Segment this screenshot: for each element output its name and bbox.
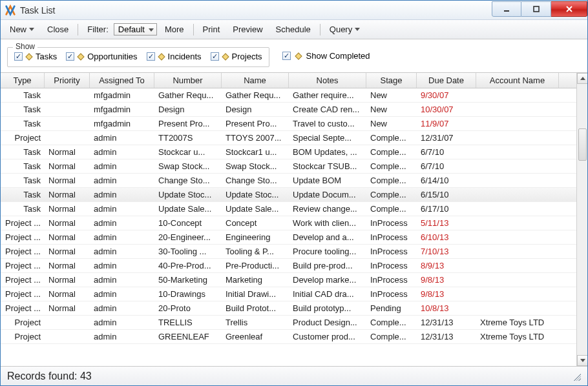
col-type[interactable]: Type (1, 73, 45, 88)
table-row[interactable]: Project ...Normaladmin10-DrawingsInitial… (1, 287, 576, 301)
table-row[interactable]: Project ...Normaladmin30-Tooling ...Tool… (1, 245, 576, 259)
col-name[interactable]: Name (222, 73, 289, 88)
cell-assigned: admin (90, 330, 154, 343)
cell-account (476, 287, 559, 301)
scroll-thumb[interactable] (578, 128, 587, 161)
table-row[interactable]: TaskmfgadminPresent Pro...Present Pro...… (1, 117, 576, 131)
cell-type: Task (1, 145, 45, 159)
pin-icon (222, 53, 229, 60)
cell-priority: Normal (45, 259, 90, 272)
cell-priority (45, 131, 90, 145)
cell-due: 9/8/13 (417, 273, 476, 287)
print-button[interactable]: Print (198, 23, 226, 36)
preview-button[interactable]: Preview (227, 23, 268, 36)
new-button[interactable]: New (5, 23, 39, 36)
filter-select[interactable]: Default (114, 23, 157, 36)
show-row: Tasks Opportunities Incidents Projects (14, 52, 262, 61)
tasks-checkbox[interactable]: Tasks (14, 52, 57, 61)
table-row[interactable]: Project ...Normaladmin40-Pre-Prod...Pre-… (1, 259, 576, 273)
col-notes[interactable]: Notes (289, 73, 366, 88)
query-button[interactable]: Query (324, 23, 365, 36)
checkbox-icon (282, 52, 291, 60)
schedule-button[interactable]: Schedule (271, 23, 316, 36)
cell-priority (45, 330, 90, 343)
scroll-down-button[interactable] (577, 355, 587, 366)
table-row[interactable]: TaskmfgadminDesignDesignCreate CAD ren..… (1, 103, 576, 117)
more-button[interactable]: More (160, 23, 189, 36)
cell-notes: Gather require... (289, 88, 366, 102)
cell-name: Pre-Producti... (222, 259, 289, 272)
cell-account (476, 216, 559, 230)
separator (193, 24, 194, 36)
opportunities-checkbox[interactable]: Opportunities (66, 52, 137, 61)
table-row[interactable]: ProjectadminTT2007STTOYS 2007...Special … (1, 131, 576, 145)
cell-notes: Travel to custo... (289, 117, 366, 130)
tasks-label: Tasks (36, 52, 57, 61)
cell-account (476, 202, 559, 216)
cell-stage: Comple... (366, 316, 417, 329)
pin-icon (158, 53, 165, 60)
vertical-scrollbar[interactable] (576, 73, 587, 366)
cell-priority (45, 88, 90, 102)
cell-priority: Normal (45, 230, 90, 244)
cell-type: Task (1, 174, 45, 187)
projects-checkbox[interactable]: Projects (211, 52, 262, 61)
cell-type: Project ... (1, 230, 45, 244)
cell-number: 20-Engineer... (154, 230, 222, 244)
cell-stage: InProcess (366, 273, 417, 287)
table-row[interactable]: Project ...Normaladmin50-MarketingMarket… (1, 273, 576, 287)
table-row[interactable]: TaskmfgadminGather Requ...Gather Requ...… (1, 88, 576, 103)
window-title: Task List (20, 5, 492, 15)
close-button[interactable]: Close (42, 23, 74, 36)
cell-priority (45, 117, 90, 130)
table-row[interactable]: Project ...Normaladmin20-Engineer...Engi… (1, 230, 576, 245)
filter-value: Default (118, 25, 145, 34)
cell-number: Update Sale... (154, 202, 222, 216)
cell-account (476, 273, 559, 287)
table-row[interactable]: Project ...Normaladmin10-ConceptConceptW… (1, 216, 576, 230)
table-row[interactable]: ProjectadminTRELLISTrellisProduct Design… (1, 316, 576, 330)
table-row[interactable]: TaskNormaladminSwap Stock...Swap Stock..… (1, 159, 576, 174)
cell-name: Tooling & P... (222, 245, 289, 258)
cell-due: 11/9/07 (417, 117, 476, 130)
table-row[interactable]: ProjectadminGREENLEAFGreenleafCustomer p… (1, 330, 576, 344)
cell-name: Update Stoc... (222, 188, 289, 201)
close-window-button[interactable] (551, 1, 587, 17)
caret-down-icon (580, 359, 585, 362)
cell-assigned: mfgadmin (90, 117, 154, 130)
minimize-button[interactable] (492, 1, 521, 17)
table-row[interactable]: TaskNormaladminChange Sto...Change Sto..… (1, 174, 576, 188)
cell-type: Task (1, 188, 45, 201)
col-priority[interactable]: Priority (45, 73, 90, 88)
pin-icon (78, 53, 85, 60)
cell-account (476, 131, 559, 145)
cell-assigned: admin (90, 245, 154, 258)
cell-account (476, 88, 559, 102)
table-row[interactable]: TaskNormaladminUpdate Stoc...Update Stoc… (1, 188, 576, 202)
cell-type: Project (1, 316, 45, 329)
incidents-checkbox[interactable]: Incidents (147, 52, 202, 61)
table-row[interactable]: TaskNormaladminUpdate Sale...Update Sale… (1, 202, 576, 216)
cell-notes: Develop and a... (289, 230, 366, 244)
cell-notes: Work with clien... (289, 216, 366, 230)
col-assigned[interactable]: Assigned To (90, 73, 154, 88)
scroll-up-button[interactable] (577, 73, 587, 84)
show-completed-checkbox[interactable]: Show Completed (282, 51, 370, 61)
table-row[interactable]: Project ...Normaladmin20-ProtoBuild Prot… (1, 301, 576, 316)
maximize-button[interactable] (521, 1, 551, 17)
grid-body[interactable]: TaskmfgadminGather Requ...Gather Requ...… (1, 88, 576, 366)
resize-handle-icon[interactable] (572, 372, 581, 381)
cell-due: 12/31/13 (417, 316, 476, 329)
cell-due: 6/7/10 (417, 145, 476, 159)
cell-priority: Normal (45, 301, 90, 315)
col-due[interactable]: Due Date (417, 73, 476, 88)
cell-account (476, 159, 559, 173)
col-number[interactable]: Number (154, 73, 222, 88)
cell-notes: Review change... (289, 202, 366, 216)
col-stage[interactable]: Stage (366, 73, 417, 88)
cell-account (476, 301, 559, 315)
cell-assigned: admin (90, 202, 154, 216)
col-account[interactable]: Account Name (476, 73, 559, 88)
table-row[interactable]: TaskNormaladminStockcar u...Stockcar1 u.… (1, 145, 576, 159)
cell-due: 12/31/07 (417, 131, 476, 145)
